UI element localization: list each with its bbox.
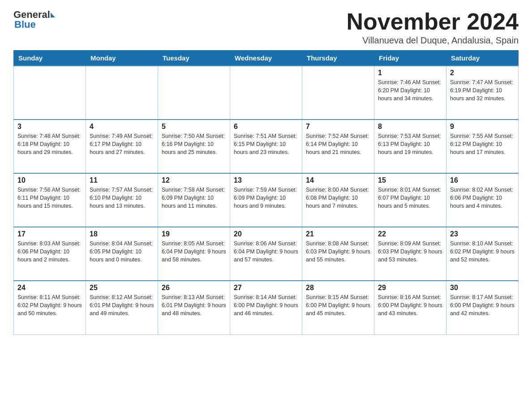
calendar-cell xyxy=(158,66,230,120)
month-title: November 2024 xyxy=(347,9,519,34)
calendar: SundayMondayTuesdayWednesdayThursdayFrid… xyxy=(13,50,519,335)
calendar-header-sunday: Sunday xyxy=(14,51,86,66)
day-info: Sunrise: 8:10 AM Sunset: 6:02 PM Dayligh… xyxy=(450,240,515,264)
day-info: Sunrise: 7:52 AM Sunset: 6:14 PM Dayligh… xyxy=(306,132,370,156)
day-number: 1 xyxy=(378,69,442,77)
calendar-header-monday: Monday xyxy=(86,51,158,66)
day-info: Sunrise: 7:57 AM Sunset: 6:10 PM Dayligh… xyxy=(90,186,154,210)
calendar-cell: 19Sunrise: 8:05 AM Sunset: 6:04 PM Dayli… xyxy=(158,227,230,281)
calendar-cell: 25Sunrise: 8:12 AM Sunset: 6:01 PM Dayli… xyxy=(86,281,158,334)
week-row-1: 1Sunrise: 7:46 AM Sunset: 6:20 PM Daylig… xyxy=(14,66,519,120)
calendar-cell: 5Sunrise: 7:50 AM Sunset: 6:16 PM Daylig… xyxy=(158,120,230,173)
day-info: Sunrise: 8:09 AM Sunset: 6:03 PM Dayligh… xyxy=(378,240,442,264)
day-number: 16 xyxy=(450,176,515,184)
calendar-cell: 13Sunrise: 7:59 AM Sunset: 6:09 PM Dayli… xyxy=(230,173,302,227)
calendar-cell: 20Sunrise: 8:06 AM Sunset: 6:04 PM Dayli… xyxy=(230,227,302,281)
day-info: Sunrise: 8:03 AM Sunset: 6:06 PM Dayligh… xyxy=(17,240,82,264)
calendar-header-friday: Friday xyxy=(374,51,446,66)
calendar-cell: 15Sunrise: 8:01 AM Sunset: 6:07 PM Dayli… xyxy=(374,173,446,227)
day-info: Sunrise: 8:06 AM Sunset: 6:04 PM Dayligh… xyxy=(234,240,298,264)
calendar-header-row: SundayMondayTuesdayWednesdayThursdayFrid… xyxy=(14,51,519,66)
day-info: Sunrise: 7:53 AM Sunset: 6:13 PM Dayligh… xyxy=(378,132,442,156)
calendar-cell: 4Sunrise: 7:49 AM Sunset: 6:17 PM Daylig… xyxy=(86,120,158,173)
day-number: 6 xyxy=(234,123,298,131)
day-number: 25 xyxy=(90,284,154,292)
logo: General Blue xyxy=(13,9,56,30)
day-info: Sunrise: 7:55 AM Sunset: 6:12 PM Dayligh… xyxy=(450,132,515,156)
logo-blue: Blue xyxy=(14,19,36,30)
header: General Blue November 2024 Villanueva de… xyxy=(13,9,519,46)
day-number: 24 xyxy=(17,284,82,292)
day-info: Sunrise: 7:59 AM Sunset: 6:09 PM Dayligh… xyxy=(234,186,298,210)
day-number: 20 xyxy=(234,230,298,238)
day-number: 13 xyxy=(234,176,298,184)
day-info: Sunrise: 7:46 AM Sunset: 6:20 PM Dayligh… xyxy=(378,78,442,103)
day-info: Sunrise: 8:08 AM Sunset: 6:03 PM Dayligh… xyxy=(306,240,370,264)
day-info: Sunrise: 8:01 AM Sunset: 6:07 PM Dayligh… xyxy=(378,186,442,210)
calendar-header-tuesday: Tuesday xyxy=(158,51,230,66)
calendar-header-wednesday: Wednesday xyxy=(230,51,302,66)
day-number: 5 xyxy=(162,123,226,131)
day-number: 23 xyxy=(450,230,515,238)
week-row-2: 3Sunrise: 7:48 AM Sunset: 6:18 PM Daylig… xyxy=(14,120,519,173)
calendar-cell: 3Sunrise: 7:48 AM Sunset: 6:18 PM Daylig… xyxy=(14,120,86,173)
calendar-header-saturday: Saturday xyxy=(446,51,519,66)
day-number: 18 xyxy=(90,230,154,238)
day-info: Sunrise: 8:04 AM Sunset: 6:05 PM Dayligh… xyxy=(90,240,154,264)
day-number: 30 xyxy=(450,284,515,292)
location: Villanueva del Duque, Andalusia, Spain xyxy=(347,35,519,46)
day-info: Sunrise: 8:13 AM Sunset: 6:01 PM Dayligh… xyxy=(162,293,226,317)
day-info: Sunrise: 7:47 AM Sunset: 6:19 PM Dayligh… xyxy=(450,78,515,103)
calendar-header-thursday: Thursday xyxy=(302,51,374,66)
calendar-cell: 30Sunrise: 8:17 AM Sunset: 6:00 PM Dayli… xyxy=(446,281,519,334)
day-info: Sunrise: 7:51 AM Sunset: 6:15 PM Dayligh… xyxy=(234,132,298,156)
calendar-cell: 29Sunrise: 8:16 AM Sunset: 6:00 PM Dayli… xyxy=(374,281,446,334)
day-info: Sunrise: 8:16 AM Sunset: 6:00 PM Dayligh… xyxy=(378,293,442,317)
day-info: Sunrise: 7:58 AM Sunset: 6:09 PM Dayligh… xyxy=(162,186,226,210)
day-number: 22 xyxy=(378,230,442,238)
calendar-cell: 27Sunrise: 8:14 AM Sunset: 6:00 PM Dayli… xyxy=(230,281,302,334)
day-number: 10 xyxy=(17,176,82,184)
day-number: 4 xyxy=(90,123,154,131)
calendar-cell: 14Sunrise: 8:00 AM Sunset: 6:08 PM Dayli… xyxy=(302,173,374,227)
calendar-cell: 21Sunrise: 8:08 AM Sunset: 6:03 PM Dayli… xyxy=(302,227,374,281)
calendar-cell xyxy=(230,66,302,120)
calendar-cell: 1Sunrise: 7:46 AM Sunset: 6:20 PM Daylig… xyxy=(374,66,446,120)
day-number: 2 xyxy=(450,69,515,77)
calendar-cell: 18Sunrise: 8:04 AM Sunset: 6:05 PM Dayli… xyxy=(86,227,158,281)
day-number: 9 xyxy=(450,123,515,131)
day-number: 27 xyxy=(234,284,298,292)
day-info: Sunrise: 7:49 AM Sunset: 6:17 PM Dayligh… xyxy=(90,132,154,156)
calendar-cell: 8Sunrise: 7:53 AM Sunset: 6:13 PM Daylig… xyxy=(374,120,446,173)
day-number: 26 xyxy=(162,284,226,292)
day-info: Sunrise: 8:14 AM Sunset: 6:00 PM Dayligh… xyxy=(234,293,298,317)
day-info: Sunrise: 8:15 AM Sunset: 6:00 PM Dayligh… xyxy=(306,293,370,317)
day-number: 15 xyxy=(378,176,442,184)
calendar-cell: 26Sunrise: 8:13 AM Sunset: 6:01 PM Dayli… xyxy=(158,281,230,334)
week-row-4: 17Sunrise: 8:03 AM Sunset: 6:06 PM Dayli… xyxy=(14,227,519,281)
day-info: Sunrise: 7:56 AM Sunset: 6:11 PM Dayligh… xyxy=(17,186,82,210)
calendar-cell xyxy=(86,66,158,120)
calendar-cell: 22Sunrise: 8:09 AM Sunset: 6:03 PM Dayli… xyxy=(374,227,446,281)
day-number: 7 xyxy=(306,123,370,131)
title-area: November 2024 Villanueva del Duque, Anda… xyxy=(347,9,519,46)
week-row-3: 10Sunrise: 7:56 AM Sunset: 6:11 PM Dayli… xyxy=(14,173,519,227)
day-number: 11 xyxy=(90,176,154,184)
calendar-cell: 24Sunrise: 8:11 AM Sunset: 6:02 PM Dayli… xyxy=(14,281,86,334)
calendar-cell: 17Sunrise: 8:03 AM Sunset: 6:06 PM Dayli… xyxy=(14,227,86,281)
calendar-cell: 7Sunrise: 7:52 AM Sunset: 6:14 PM Daylig… xyxy=(302,120,374,173)
day-info: Sunrise: 8:00 AM Sunset: 6:08 PM Dayligh… xyxy=(306,186,370,210)
day-number: 8 xyxy=(378,123,442,131)
calendar-cell: 2Sunrise: 7:47 AM Sunset: 6:19 PM Daylig… xyxy=(446,66,519,120)
day-number: 14 xyxy=(306,176,370,184)
day-info: Sunrise: 8:11 AM Sunset: 6:02 PM Dayligh… xyxy=(17,293,82,317)
calendar-cell: 9Sunrise: 7:55 AM Sunset: 6:12 PM Daylig… xyxy=(446,120,519,173)
calendar-cell: 12Sunrise: 7:58 AM Sunset: 6:09 PM Dayli… xyxy=(158,173,230,227)
day-number: 3 xyxy=(17,123,82,131)
calendar-cell: 11Sunrise: 7:57 AM Sunset: 6:10 PM Dayli… xyxy=(86,173,158,227)
day-number: 12 xyxy=(162,176,226,184)
day-number: 28 xyxy=(306,284,370,292)
calendar-cell: 10Sunrise: 7:56 AM Sunset: 6:11 PM Dayli… xyxy=(14,173,86,227)
day-number: 29 xyxy=(378,284,442,292)
day-info: Sunrise: 7:48 AM Sunset: 6:18 PM Dayligh… xyxy=(17,132,82,156)
